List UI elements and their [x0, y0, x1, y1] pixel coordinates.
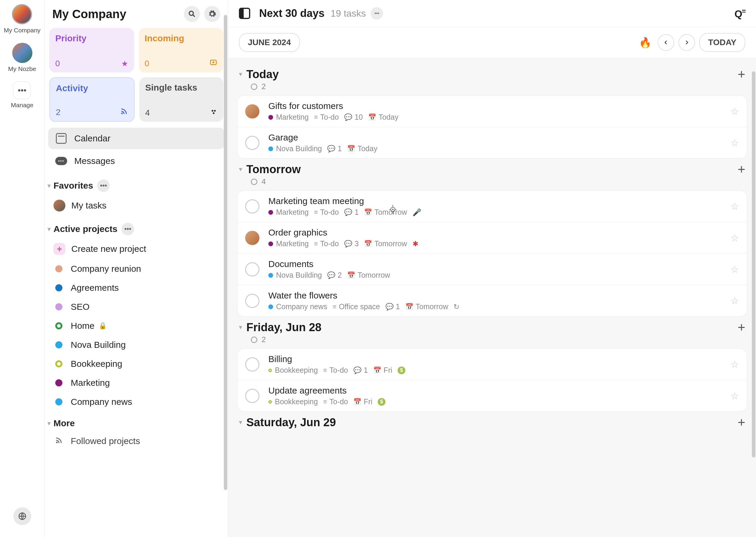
star-button[interactable]: ☆	[731, 359, 739, 370]
project-item[interactable]: Company reunion	[48, 260, 224, 278]
sidebar-scrollbar[interactable]	[223, 0, 228, 537]
tile-single-tasks[interactable]: Single tasks 4	[139, 77, 223, 122]
tile-incoming[interactable]: Incoming 0	[139, 28, 223, 72]
task-comments[interactable]: 💬2	[327, 271, 342, 279]
add-task-button[interactable]: +	[737, 321, 745, 334]
complete-checkbox[interactable]	[245, 389, 259, 403]
today-button[interactable]: TODAY	[699, 33, 745, 52]
month-button[interactable]: JUNE 2024	[239, 33, 300, 52]
star-button[interactable]: ☆	[731, 201, 739, 212]
task-row[interactable]: Update agreementsBookkeeping≡To-do📅Fri$☆	[238, 380, 747, 411]
complete-checkbox[interactable]	[245, 136, 259, 150]
task-comments[interactable]: 💬1	[385, 302, 400, 311]
section-favorites[interactable]: ▾ Favorites •••	[45, 173, 228, 195]
star-button[interactable]: ☆	[731, 295, 739, 307]
nav-calendar[interactable]: Calendar	[48, 128, 224, 149]
task-title: Update agreements	[268, 386, 731, 395]
assignee-avatar[interactable]	[245, 231, 259, 245]
task-project[interactable]: Nova Building	[268, 271, 322, 279]
task-date[interactable]: 📅Tomorrow	[364, 208, 407, 217]
task-comments[interactable]: 💬1	[327, 145, 342, 153]
section-more-button[interactable]: •••	[97, 180, 110, 192]
task-date[interactable]: 📅Fri	[373, 366, 392, 375]
caret-down-icon[interactable]: ▾	[239, 165, 242, 173]
view-more-button[interactable]: •••	[371, 7, 383, 20]
complete-checkbox[interactable]	[245, 199, 259, 214]
task-list-name[interactable]: ≡To-do	[314, 113, 339, 121]
workspace-my-nozbe[interactable]: My Nozbe	[8, 43, 36, 72]
task-project[interactable]: Marketing	[268, 239, 309, 248]
star-button[interactable]: ☆	[731, 232, 739, 244]
task-row[interactable]: Water the flowersCompany news≡Office spa…	[238, 285, 747, 316]
task-row[interactable]: Gifts for customersMarketing≡To-do💬10📅To…	[238, 96, 747, 127]
assignee-avatar[interactable]	[245, 104, 259, 118]
task-date[interactable]: 📅Today	[347, 145, 378, 153]
task-date[interactable]: 📅Tomorrow	[405, 302, 448, 311]
caret-down-icon[interactable]: ▾	[239, 323, 242, 331]
task-project[interactable]: Nova Building	[268, 145, 322, 153]
project-item[interactable]: Home🔒	[48, 317, 224, 335]
task-comments[interactable]: 💬1	[353, 366, 368, 375]
globe-icon[interactable]	[13, 507, 31, 525]
workspace-manage[interactable]: ••• Manage	[11, 81, 33, 109]
nav-messages[interactable]: ••• Messages	[48, 150, 224, 172]
task-list-name[interactable]: ≡To-do	[323, 397, 348, 406]
prev-button[interactable]	[658, 34, 674, 51]
project-item[interactable]: Bookkeeping	[48, 354, 224, 373]
panel-toggle-icon[interactable]	[239, 8, 250, 19]
section-more-button[interactable]: •••	[121, 223, 134, 235]
task-project[interactable]: Bookkeeping	[268, 366, 318, 375]
task-date[interactable]: 📅Tomorrow	[364, 239, 407, 248]
task-row[interactable]: Order graphicsMarketing≡To-do💬3📅Tomorrow…	[238, 222, 747, 254]
project-item[interactable]: SEO	[48, 298, 224, 316]
favorite-my-tasks[interactable]: My tasks	[48, 195, 224, 216]
section-more[interactable]: ▾ More	[45, 412, 228, 431]
task-date[interactable]: 📅Fri	[353, 397, 372, 406]
task-list-name[interactable]: ≡Office space	[333, 302, 380, 311]
task-project[interactable]: Marketing	[268, 208, 309, 217]
task-row[interactable]: BillingBookkeeping≡To-do💬1📅Fri$☆	[238, 349, 747, 380]
complete-checkbox[interactable]	[245, 294, 259, 308]
caret-down-icon[interactable]: ▾	[239, 419, 242, 426]
project-item[interactable]: Company news	[48, 392, 224, 411]
task-date[interactable]: 📅Today	[368, 113, 398, 121]
main-scrollbar[interactable]	[751, 0, 756, 537]
add-task-button[interactable]: +	[737, 163, 745, 176]
task-comments[interactable]: 💬10	[344, 113, 363, 121]
star-button[interactable]: ☆	[731, 137, 739, 148]
settings-button[interactable]	[204, 6, 220, 22]
project-item[interactable]: Nova Building	[48, 336, 224, 354]
task-comments[interactable]: 💬3	[344, 239, 359, 248]
task-list-name[interactable]: ≡To-do	[314, 208, 339, 217]
tile-priority[interactable]: Priority 0 ★	[49, 28, 134, 72]
caret-down-icon[interactable]: ▾	[239, 70, 242, 78]
task-list-name[interactable]: ≡To-do	[323, 366, 348, 375]
followed-projects[interactable]: Followed projects	[48, 432, 224, 450]
task-date[interactable]: 📅Tomorrow	[347, 271, 390, 279]
next-button[interactable]	[679, 34, 695, 51]
complete-checkbox[interactable]	[245, 357, 259, 372]
filter-icon[interactable]: Q=	[734, 7, 745, 20]
task-row[interactable]: DocumentsNova Building💬2📅Tomorrow☆	[238, 254, 747, 285]
task-list-name[interactable]: ≡To-do	[314, 239, 339, 248]
complete-checkbox[interactable]	[245, 262, 259, 276]
workspace-my-company[interactable]: My Company	[4, 4, 41, 34]
star-button[interactable]: ☆	[731, 264, 739, 275]
project-item[interactable]: Marketing	[48, 374, 224, 392]
task-comments[interactable]: 💬1	[344, 208, 359, 217]
project-item[interactable]: Agreements	[48, 279, 224, 297]
create-project-button[interactable]: + Create new project	[48, 239, 224, 259]
tile-activity[interactable]: Activity 2	[49, 77, 135, 122]
star-button[interactable]: ☆	[731, 390, 739, 401]
task-project[interactable]: Bookkeeping	[268, 397, 318, 406]
task-row[interactable]: Marketing team meetingMarketing≡To-do💬1📅…	[238, 191, 747, 222]
task-row[interactable]: GarageNova Building💬1📅Today☆	[238, 127, 747, 158]
section-active-projects[interactable]: ▾ Active projects •••	[45, 216, 228, 238]
search-button[interactable]	[184, 6, 200, 22]
task-project[interactable]: Company news	[268, 302, 327, 311]
add-task-button[interactable]: +	[737, 68, 745, 81]
star-button[interactable]: ☆	[731, 106, 739, 117]
task-project[interactable]: Marketing	[268, 113, 309, 121]
fire-icon[interactable]: 🔥	[637, 34, 653, 51]
add-task-button[interactable]: +	[737, 416, 745, 429]
